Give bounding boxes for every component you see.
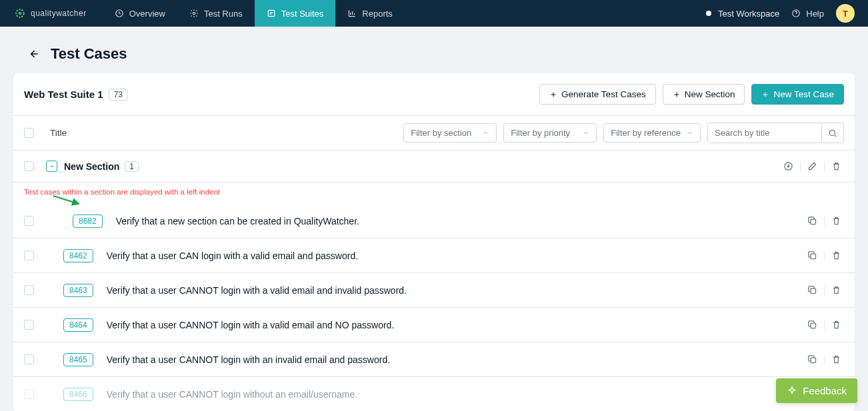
section-actions	[781, 159, 844, 174]
generate-test-cases-button[interactable]: Generate Test Cases	[539, 84, 656, 105]
case-title: Verify that a user CAN login with a vali…	[107, 250, 358, 261]
separator	[824, 251, 825, 260]
new-section-button[interactable]: New Section	[663, 84, 745, 105]
delete-section-button[interactable]	[829, 159, 844, 174]
copy-case-button[interactable]	[805, 213, 820, 228]
collapse-toggle[interactable]	[46, 161, 57, 172]
help-label: Help	[806, 9, 824, 19]
test-case-row[interactable]: 8466 Verify that a user CANNOT login wit…	[13, 377, 855, 411]
delete-case-button[interactable]	[829, 213, 844, 228]
nav-item-label: Test Suites	[281, 9, 324, 19]
case-checkbox[interactable]	[24, 354, 34, 364]
filter-reference-select[interactable]: Filter by reference	[603, 123, 701, 143]
test-case-row[interactable]: 8463 Verify that a user CANNOT login wit…	[13, 273, 855, 308]
nav-reports[interactable]: Reports	[335, 0, 405, 27]
workspace-selector[interactable]: Test Workspace	[705, 9, 779, 19]
copy-icon	[807, 250, 817, 260]
case-checkbox[interactable]	[24, 216, 34, 226]
separator	[824, 216, 825, 226]
svg-rect-4	[268, 10, 274, 16]
copy-case-button[interactable]	[805, 248, 820, 263]
help-link[interactable]: Help	[791, 9, 824, 19]
case-checkbox[interactable]	[24, 320, 34, 330]
delete-case-button[interactable]	[829, 352, 844, 367]
search-button[interactable]	[821, 125, 843, 142]
nav-items: Overview Test Runs Test Suites Reports	[103, 0, 405, 27]
filter-priority-select[interactable]: Filter by priority	[503, 123, 597, 143]
copy-case-button[interactable]	[805, 352, 820, 367]
column-title-label: Title	[50, 128, 67, 138]
svg-rect-10	[811, 254, 816, 259]
feedback-button[interactable]: Feedback	[776, 378, 857, 403]
svg-rect-9	[811, 219, 816, 224]
suite-card: Web Test Suite 1 73 Generate Test Cases …	[13, 73, 855, 411]
test-case-row[interactable]: 8682 Verify that a new section can be cr…	[13, 197, 855, 238]
case-title: Verify that a user CANNOT login with a v…	[107, 320, 395, 330]
case-actions	[805, 352, 844, 367]
copy-case-button[interactable]	[805, 317, 820, 332]
page-title: Test Cases	[51, 45, 127, 63]
chevron-down-icon	[482, 129, 489, 137]
new-test-case-button[interactable]: New Test Case	[751, 84, 844, 105]
sparkle-icon	[787, 386, 797, 396]
brand-logo[interactable]: qualitywatcher	[13, 7, 87, 20]
case-checkbox[interactable]	[24, 250, 34, 260]
clock-icon	[115, 9, 124, 18]
case-actions	[805, 317, 844, 332]
section-name: New Section	[64, 161, 119, 172]
card-header: Web Test Suite 1 73 Generate Test Cases …	[13, 73, 855, 115]
test-case-row[interactable]: 8465 Verify that a user CANNOT login wit…	[13, 342, 855, 377]
select-all-checkbox[interactable]	[24, 128, 34, 138]
select-label: Filter by priority	[511, 128, 570, 138]
logo-icon	[13, 7, 27, 20]
nav-test-suites[interactable]: Test Suites	[255, 0, 336, 27]
case-id-badge: 8463	[63, 284, 93, 297]
nav-overview[interactable]: Overview	[103, 0, 177, 27]
nav-item-label: Test Runs	[204, 9, 243, 19]
page-header: Test Cases	[0, 27, 868, 73]
test-case-row[interactable]: 8462 Verify that a user CAN login with a…	[13, 238, 855, 273]
case-title: Verify that a user CANNOT login without …	[107, 389, 357, 400]
button-label: New Test Case	[773, 89, 834, 99]
filter-section-select[interactable]: Filter by section	[403, 123, 497, 143]
gear-icon	[189, 9, 199, 18]
section-checkbox[interactable]	[24, 161, 34, 171]
delete-case-button[interactable]	[829, 282, 844, 298]
svg-point-3	[193, 12, 195, 15]
case-id-badge: 8462	[63, 249, 93, 262]
user-avatar[interactable]: T	[836, 4, 855, 23]
trash-icon	[831, 285, 841, 295]
case-id-badge: 8465	[63, 353, 93, 366]
svg-rect-12	[811, 323, 816, 328]
case-checkbox[interactable]	[24, 285, 34, 295]
nav-right: Test Workspace Help T	[705, 4, 855, 23]
back-arrow-icon[interactable]	[27, 47, 40, 61]
trash-icon	[831, 216, 841, 226]
case-actions	[805, 248, 844, 263]
delete-case-button[interactable]	[829, 248, 844, 263]
add-case-to-section-button[interactable]	[781, 159, 796, 174]
separator	[800, 162, 801, 171]
test-case-row[interactable]: 8464 Verify that a user CANNOT login wit…	[13, 308, 855, 342]
annotation-arrow	[52, 195, 84, 208]
trash-icon	[831, 354, 841, 364]
trash-icon	[831, 161, 841, 171]
case-actions	[805, 213, 844, 228]
separator	[824, 286, 825, 295]
delete-case-button[interactable]	[829, 317, 844, 332]
search-input[interactable]	[708, 123, 821, 143]
section-count-badge: 1	[125, 161, 139, 172]
edit-section-button[interactable]	[805, 159, 820, 174]
svg-point-1	[19, 12, 22, 15]
button-label: New Section	[685, 89, 735, 99]
copy-icon	[807, 320, 817, 330]
nav-test-runs[interactable]: Test Runs	[177, 0, 255, 27]
case-checkbox[interactable]	[24, 389, 34, 399]
trash-icon	[831, 320, 841, 330]
plus-icon	[761, 91, 769, 99]
separator	[824, 162, 825, 171]
filters-row: Title Filter by section Filter by priori…	[13, 115, 855, 151]
copy-case-button[interactable]	[805, 282, 820, 298]
svg-point-5	[706, 11, 711, 16]
help-icon	[791, 9, 801, 18]
